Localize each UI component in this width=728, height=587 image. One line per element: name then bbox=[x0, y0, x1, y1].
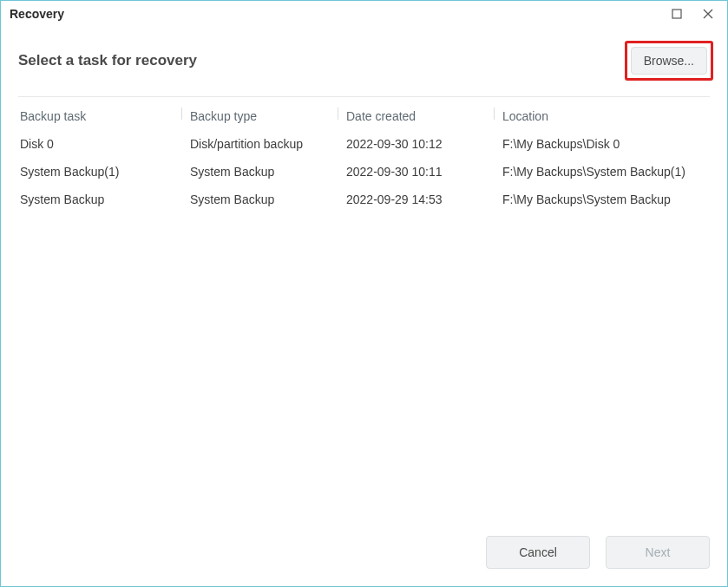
cell-date: 2022-09-30 10:12 bbox=[339, 137, 495, 151]
cell-location: F:\My Backups\System Backup bbox=[495, 192, 710, 206]
cell-date: 2022-09-30 10:11 bbox=[339, 165, 495, 179]
close-button[interactable] bbox=[692, 3, 724, 25]
window-controls bbox=[661, 3, 724, 25]
table-row[interactable]: System Backup(1)System Backup2022-09-30 … bbox=[18, 158, 710, 186]
table-row[interactable]: System BackupSystem Backup2022-09-29 14:… bbox=[18, 186, 710, 213]
next-button[interactable]: Next bbox=[606, 536, 710, 569]
cell-type: System Backup bbox=[183, 165, 339, 179]
browse-highlight: Browse... bbox=[625, 41, 713, 81]
cell-task: System Backup bbox=[18, 192, 183, 206]
cell-task: Disk 0 bbox=[18, 137, 183, 151]
column-header-type[interactable]: Backup type bbox=[183, 109, 339, 123]
column-header-date[interactable]: Date created bbox=[339, 109, 495, 123]
svg-rect-0 bbox=[672, 10, 681, 18]
close-icon bbox=[703, 9, 713, 19]
cell-task: System Backup(1) bbox=[18, 165, 183, 179]
table-row[interactable]: Disk 0Disk/partition backup2022-09-30 10… bbox=[18, 130, 710, 158]
cell-date: 2022-09-29 14:53 bbox=[339, 192, 495, 206]
cell-type: System Backup bbox=[183, 192, 339, 206]
cell-location: F:\My Backups\System Backup(1) bbox=[495, 165, 710, 179]
recovery-window: Recovery Select a task for recovery Brow… bbox=[0, 0, 728, 587]
table-header: Backup task Backup type Date created Loc… bbox=[18, 97, 710, 130]
header-row: Select a task for recovery Browse... bbox=[18, 41, 710, 97]
cell-location: F:\My Backups\Disk 0 bbox=[495, 137, 710, 151]
footer: Cancel Next bbox=[1, 522, 727, 586]
column-header-task[interactable]: Backup task bbox=[18, 109, 183, 123]
browse-button[interactable]: Browse... bbox=[631, 47, 707, 75]
window-title: Recovery bbox=[10, 7, 661, 21]
content-area: Select a task for recovery Browse... Bac… bbox=[1, 27, 727, 522]
cancel-button[interactable]: Cancel bbox=[486, 536, 590, 569]
titlebar: Recovery bbox=[1, 1, 727, 27]
cell-type: Disk/partition backup bbox=[183, 137, 339, 151]
task-table: Backup task Backup type Date created Loc… bbox=[18, 97, 710, 522]
maximize-icon bbox=[672, 9, 682, 19]
page-title: Select a task for recovery bbox=[18, 52, 197, 69]
column-header-location[interactable]: Location bbox=[495, 109, 710, 123]
maximize-button[interactable] bbox=[661, 3, 692, 25]
